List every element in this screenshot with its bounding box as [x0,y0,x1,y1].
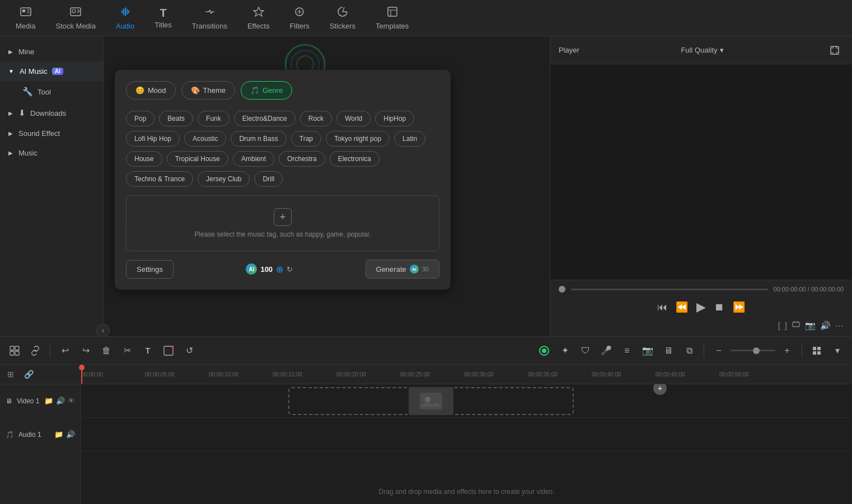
tab-theme[interactable]: 🎨 Theme [181,81,235,100]
genre-tag-tokyo-night-pop[interactable]: Tokyo night pop [326,131,390,147]
link-button[interactable] [26,342,44,360]
progress-bar-area: 00:00:00:00 / 00:00:00:00 [559,286,844,293]
nav-transitions[interactable]: Transitions [182,0,237,36]
genre-tag-lofi-hip-hop[interactable]: Lofi Hip Hop [126,131,180,147]
text-button[interactable]: T [139,342,157,360]
step-forward-button[interactable]: ⏩ [733,301,745,313]
more-button[interactable]: ▾ [828,342,846,360]
settings-button[interactable]: Settings [126,260,174,279]
nav-media[interactable]: Media [6,0,45,36]
genre-tag-house[interactable]: House [126,151,162,167]
sidebar-item-mine[interactable]: ▶ Mine [0,42,103,62]
nav-audio[interactable]: Audio [106,0,144,36]
quality-selector[interactable]: Full Quality ▾ [681,46,724,54]
genre-tag-rock[interactable]: Rock [300,111,332,126]
nav-stickers[interactable]: Stickers [320,0,366,36]
timeline-toolbar: ↩ ↪ 🗑 ✂ T ↺ ✦ 🛡 🎤 ≡ 📷 🖥 ⧉ [0,337,852,365]
star-btn[interactable]: ✦ [556,342,574,360]
audio-volume-button[interactable]: 🔊 [66,430,75,439]
genre-tag-trap[interactable]: Trap [291,131,321,147]
mic-btn[interactable]: 🎤 [597,342,615,360]
zoom-track[interactable] [731,350,775,351]
genre-tag-funk[interactable]: Funk [198,111,230,126]
sidebar-item-downloads[interactable]: ▶ ⬇ Downloads [0,102,103,124]
add-media-button[interactable]: + [653,384,667,395]
zoom-out-button[interactable]: − [710,342,728,360]
playhead[interactable] [81,365,82,384]
sidebar-item-music[interactable]: ▶ Music [0,143,103,163]
grid-view-button[interactable] [808,342,826,360]
zoom-in-button[interactable]: + [778,342,796,360]
redo-button[interactable]: ↪ [77,342,95,360]
video-drop-zone[interactable]: + [288,387,574,415]
play-button[interactable]: ▶ [696,300,706,314]
tab-mood[interactable]: 😊 Mood [126,81,176,100]
list-btn[interactable]: ≡ [618,342,636,360]
add-track-button[interactable]: ⊞ [3,366,18,382]
skip-back-button[interactable]: ⏮ [657,302,667,313]
genre-tag-beats[interactable]: Beats [159,111,193,126]
screen-btn[interactable]: 🖥 [659,342,677,360]
stop-button[interactable]: ⏹ [714,302,724,313]
mark-out-button[interactable]: ] [785,321,787,330]
sidebar-mine-label: Mine [18,48,34,56]
genre-tag-electro-dance[interactable]: Electro&Dance [234,111,296,126]
add-tag-button[interactable]: + [274,208,292,226]
tab-genre[interactable]: 🎵 Genre [241,81,292,100]
sidebar-item-ai-music[interactable]: ▼ AI Music AI [0,62,103,81]
nav-stock-media[interactable]: Stock Media [45,0,106,36]
progress-dot[interactable] [559,286,565,293]
genre-tag-pop[interactable]: Pop [126,111,155,126]
layout-button[interactable] [6,342,24,360]
sidebar-collapse-button[interactable]: ‹ [96,324,110,336]
genre-tag-tropical-house[interactable]: Tropical House [167,151,228,167]
video-track-row: + [81,384,852,418]
genre-tag-electronica[interactable]: Electronica [330,151,380,167]
cut-button[interactable]: ✂ [118,342,136,360]
genre-tag-orchestra[interactable]: Orchestra [279,151,325,167]
rotate-button[interactable]: ↺ [180,342,198,360]
genre-tag-latin[interactable]: Latin [394,131,425,147]
genre-tag-jersey-club[interactable]: Jersey Club [198,171,250,187]
add-credits-button[interactable]: ⊕ [276,264,283,275]
genre-tag-acoustic[interactable]: Acoustic [184,131,226,147]
sidebar-item-sound-effect[interactable]: ▶ Sound Effect [0,124,103,143]
progress-track[interactable] [571,289,768,290]
step-back-button[interactable]: ⏪ [676,301,688,313]
video-add-media-button[interactable]: 📁 [44,397,53,405]
link-track-button[interactable]: 🔗 [21,366,36,382]
camera-btn[interactable]: 📷 [639,342,657,360]
genre-tag-techno-trance[interactable]: Techno & Trance [126,171,193,187]
zoom-thumb [753,347,760,354]
genre-tag-drum-n-bass[interactable]: Drum n Bass [231,131,286,147]
pip-btn[interactable]: ⧉ [680,342,698,360]
genre-tag-world[interactable]: World [336,111,371,126]
genre-tag-drill[interactable]: Drill [254,171,283,187]
video-visibility-button[interactable]: 👁 [68,397,75,405]
green-circle-btn[interactable] [535,342,553,360]
sidebar-item-tool[interactable]: 🔧 Tool [0,81,103,102]
refresh-button[interactable]: ↻ [287,265,293,274]
genre-tag-hiphop[interactable]: HipHop [375,111,414,126]
clip-button[interactable] [792,320,800,331]
track-label-video: 🖥 Video 1 📁 🔊 👁 [0,384,81,418]
nav-effects[interactable]: Effects [237,0,280,36]
more-options-button[interactable]: ⋯ [835,321,844,331]
mark-in-button[interactable]: [ [778,321,780,330]
genre-tag-ambient[interactable]: Ambient [233,151,274,167]
undo-button[interactable]: ↩ [56,342,74,360]
nav-templates[interactable]: Templates [366,0,419,36]
timeline-ruler: ⊞ 🔗 00:00:0000:00:05:0000:00:10:0000:00:… [0,365,852,384]
nav-filters[interactable]: Filters [279,0,319,36]
generate-button[interactable]: Generate AI 30 [366,260,439,279]
nav-titles[interactable]: T Titles [144,0,182,36]
snapshot-button[interactable]: 📷 [805,321,816,331]
shield-btn[interactable]: 🛡 [577,342,594,360]
audio-add-media-button[interactable]: 📁 [54,430,63,439]
volume-button[interactable]: 🔊 [820,321,831,331]
crop-button[interactable] [160,342,177,360]
player-fullscreen-button[interactable] [826,41,844,59]
video-volume-button[interactable]: 🔊 [56,397,65,405]
media-thumbnail [409,387,453,415]
delete-button[interactable]: 🗑 [97,342,115,360]
